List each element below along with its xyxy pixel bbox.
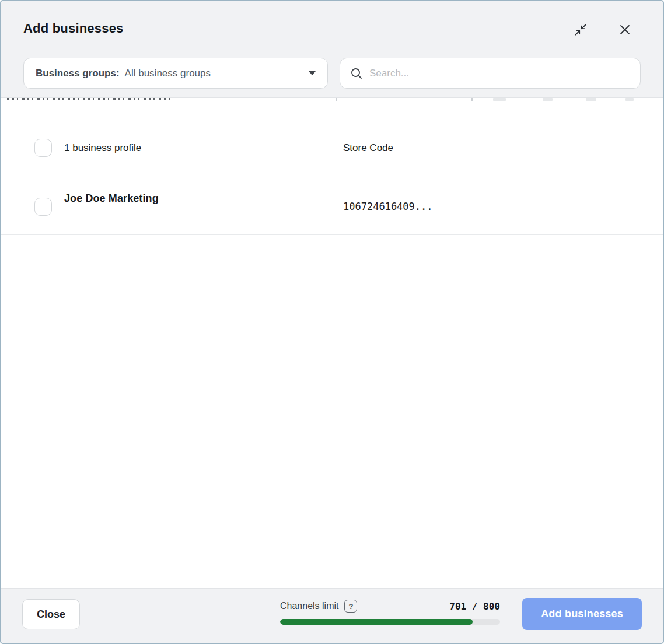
channels-progress-track: [280, 619, 500, 625]
clipped-control-fragment: [586, 98, 596, 101]
clipped-control-fragment: [625, 98, 634, 101]
dialog-title: Add businesses: [23, 21, 124, 36]
store-code-value: 106724616409...: [343, 201, 433, 212]
close-icon: [618, 23, 631, 36]
add-businesses-button[interactable]: Add businesses: [522, 598, 642, 630]
profiles-count-label: 1 business profile: [64, 142, 141, 154]
help-icon[interactable]: ?: [344, 600, 357, 612]
row-checkbox[interactable]: [34, 198, 52, 216]
clipped-control-fragment: [493, 98, 506, 101]
select-all-checkbox[interactable]: [34, 139, 52, 157]
collapse-arrows-icon: [574, 23, 588, 37]
channels-limit-label: Channels limit: [280, 601, 338, 611]
search-box[interactable]: [340, 58, 641, 89]
channels-usage-count: 701 / 800: [449, 601, 500, 612]
business-groups-dropdown[interactable]: Business groups: All business groups: [23, 58, 328, 89]
business-groups-label: Business groups:: [36, 68, 120, 79]
business-groups-value: All business groups: [125, 68, 211, 79]
dialog-header: Add businesses B: [1, 1, 663, 98]
window-controls: [573, 22, 632, 37]
search-input[interactable]: [369, 68, 631, 79]
business-name: Joe Doe Marketing: [64, 192, 159, 205]
dialog-footer: Close Channels limit ? 701 / 800 Add bus…: [1, 588, 663, 643]
close-dialog-button[interactable]: [617, 22, 632, 37]
clipped-text-fragment: [7, 98, 174, 100]
table-header-row: 1 business profile Store Code: [1, 103, 663, 178]
caret-down-icon: [309, 71, 316, 75]
channels-progress-fill: [280, 619, 473, 625]
add-businesses-dialog: Add businesses B: [0, 0, 664, 644]
collapse-window-button[interactable]: [573, 22, 588, 37]
clipped-scrolled-row: [1, 98, 663, 103]
store-code-column-header: Store Code: [343, 142, 393, 154]
channels-limit-block: Channels limit ? 701 / 800: [280, 600, 500, 625]
table-row[interactable]: Joe Doe Marketing 106724616409...: [1, 178, 663, 235]
clipped-column-divider: [336, 98, 337, 101]
close-button[interactable]: Close: [22, 599, 80, 629]
clipped-column-divider: [471, 98, 473, 101]
business-list-panel: 1 business profile Store Code Joe Doe Ma…: [1, 98, 663, 588]
search-icon: [350, 66, 364, 80]
clipped-control-fragment: [543, 98, 553, 101]
